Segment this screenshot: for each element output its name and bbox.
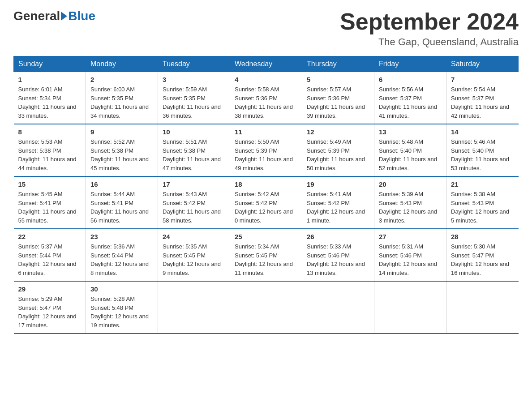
day-info: Sunrise: 5:49 AMSunset: 5:39 PMDaylight:…: [307, 137, 369, 172]
day-info: Sunrise: 5:31 AMSunset: 5:46 PMDaylight:…: [379, 242, 442, 277]
page-header: General Blue September 2024 The Gap, Que…: [13, 9, 519, 48]
table-row: [302, 281, 374, 334]
table-row: [374, 281, 446, 334]
table-row: 15 Sunrise: 5:45 AMSunset: 5:41 PMDaylig…: [14, 176, 86, 229]
day-info: Sunrise: 5:56 AMSunset: 5:37 PMDaylight:…: [379, 85, 442, 120]
table-row: 13 Sunrise: 5:48 AMSunset: 5:40 PMDaylig…: [374, 124, 446, 176]
table-row: 21 Sunrise: 5:38 AMSunset: 5:43 PMDaylig…: [446, 176, 519, 229]
header-thursday: Thursday: [302, 56, 374, 72]
table-row: 8 Sunrise: 5:53 AMSunset: 5:38 PMDayligh…: [14, 124, 86, 176]
table-row: 4 Sunrise: 5:58 AMSunset: 5:36 PMDayligh…: [230, 72, 302, 124]
table-row: 5 Sunrise: 5:57 AMSunset: 5:36 PMDayligh…: [302, 72, 374, 124]
header-friday: Friday: [374, 56, 446, 72]
day-number: 13: [379, 128, 442, 136]
day-number: 3: [163, 76, 225, 83]
table-row: 9 Sunrise: 5:52 AMSunset: 5:38 PMDayligh…: [86, 124, 158, 176]
day-info: Sunrise: 5:28 AMSunset: 5:48 PMDaylight:…: [90, 295, 153, 330]
calendar-table: SundayMondayTuesdayWednesdayThursdayFrid…: [13, 56, 519, 334]
day-number: 14: [451, 128, 514, 136]
header-sunday: Sunday: [14, 56, 86, 72]
day-number: 29: [18, 285, 82, 293]
table-row: 16 Sunrise: 5:44 AMSunset: 5:41 PMDaylig…: [86, 176, 158, 229]
day-number: 30: [90, 285, 153, 293]
location-subtitle: The Gap, Queensland, Australia: [340, 36, 519, 48]
day-number: 28: [451, 233, 514, 240]
day-number: 22: [18, 233, 82, 240]
table-row: 27 Sunrise: 5:31 AMSunset: 5:46 PMDaylig…: [374, 229, 446, 281]
week-row-2: 8 Sunrise: 5:53 AMSunset: 5:38 PMDayligh…: [14, 124, 519, 176]
table-row: 26 Sunrise: 5:33 AMSunset: 5:46 PMDaylig…: [302, 229, 374, 281]
table-row: 24 Sunrise: 5:35 AMSunset: 5:45 PMDaylig…: [158, 229, 230, 281]
day-number: 1: [18, 76, 82, 83]
day-info: Sunrise: 5:44 AMSunset: 5:41 PMDaylight:…: [90, 190, 153, 225]
day-number: 26: [307, 233, 369, 240]
table-row: 2 Sunrise: 6:00 AMSunset: 5:35 PMDayligh…: [86, 72, 158, 124]
day-info: Sunrise: 5:57 AMSunset: 5:36 PMDaylight:…: [307, 85, 369, 120]
day-info: Sunrise: 6:01 AMSunset: 5:34 PMDaylight:…: [18, 85, 82, 120]
day-number: 21: [451, 180, 514, 188]
month-year-title: September 2024: [340, 9, 519, 34]
day-number: 27: [379, 233, 442, 240]
day-info: Sunrise: 5:34 AMSunset: 5:45 PMDaylight:…: [235, 242, 297, 277]
day-number: 18: [235, 180, 297, 188]
day-info: Sunrise: 5:46 AMSunset: 5:40 PMDaylight:…: [451, 137, 514, 172]
calendar-header-row: SundayMondayTuesdayWednesdayThursdayFrid…: [14, 56, 519, 72]
header-tuesday: Tuesday: [158, 56, 230, 72]
table-row: 23 Sunrise: 5:36 AMSunset: 5:44 PMDaylig…: [86, 229, 158, 281]
day-info: Sunrise: 5:30 AMSunset: 5:47 PMDaylight:…: [451, 242, 514, 277]
logo-blue-text: Blue: [68, 9, 95, 23]
table-row: 3 Sunrise: 5:59 AMSunset: 5:35 PMDayligh…: [158, 72, 230, 124]
day-info: Sunrise: 5:43 AMSunset: 5:42 PMDaylight:…: [163, 190, 225, 225]
day-info: Sunrise: 5:52 AMSunset: 5:38 PMDaylight:…: [90, 137, 153, 172]
table-row: 11 Sunrise: 5:50 AMSunset: 5:39 PMDaylig…: [230, 124, 302, 176]
table-row: 19 Sunrise: 5:41 AMSunset: 5:42 PMDaylig…: [302, 176, 374, 229]
day-info: Sunrise: 5:37 AMSunset: 5:44 PMDaylight:…: [18, 242, 82, 277]
day-info: Sunrise: 5:51 AMSunset: 5:38 PMDaylight:…: [163, 137, 225, 172]
table-row: 7 Sunrise: 5:54 AMSunset: 5:37 PMDayligh…: [446, 72, 519, 124]
day-info: Sunrise: 5:36 AMSunset: 5:44 PMDaylight:…: [90, 242, 153, 277]
table-row: 22 Sunrise: 5:37 AMSunset: 5:44 PMDaylig…: [14, 229, 86, 281]
day-number: 9: [90, 128, 153, 136]
week-row-1: 1 Sunrise: 6:01 AMSunset: 5:34 PMDayligh…: [14, 72, 519, 124]
day-info: Sunrise: 5:59 AMSunset: 5:35 PMDaylight:…: [163, 85, 225, 120]
day-number: 17: [163, 180, 225, 188]
table-row: 12 Sunrise: 5:49 AMSunset: 5:39 PMDaylig…: [302, 124, 374, 176]
day-number: 19: [307, 180, 369, 188]
table-row: [158, 281, 230, 334]
day-info: Sunrise: 5:29 AMSunset: 5:47 PMDaylight:…: [18, 295, 82, 330]
table-row: 14 Sunrise: 5:46 AMSunset: 5:40 PMDaylig…: [446, 124, 519, 176]
day-number: 24: [163, 233, 225, 240]
day-number: 6: [379, 76, 442, 83]
day-info: Sunrise: 5:33 AMSunset: 5:46 PMDaylight:…: [307, 242, 369, 277]
day-number: 15: [18, 180, 82, 188]
table-row: 29 Sunrise: 5:29 AMSunset: 5:47 PMDaylig…: [14, 281, 86, 334]
table-row: [446, 281, 519, 334]
week-row-5: 29 Sunrise: 5:29 AMSunset: 5:47 PMDaylig…: [14, 281, 519, 334]
table-row: 30 Sunrise: 5:28 AMSunset: 5:48 PMDaylig…: [86, 281, 158, 334]
day-number: 5: [307, 76, 369, 83]
logo-general-text: General: [13, 9, 60, 23]
table-row: 6 Sunrise: 5:56 AMSunset: 5:37 PMDayligh…: [374, 72, 446, 124]
day-number: 20: [379, 180, 442, 188]
day-number: 7: [451, 76, 514, 83]
day-info: Sunrise: 5:45 AMSunset: 5:41 PMDaylight:…: [18, 190, 82, 225]
day-number: 2: [90, 76, 153, 83]
day-info: Sunrise: 5:35 AMSunset: 5:45 PMDaylight:…: [163, 242, 225, 277]
logo-arrow-icon: [61, 12, 67, 21]
day-number: 25: [235, 233, 297, 240]
day-info: Sunrise: 5:39 AMSunset: 5:43 PMDaylight:…: [379, 190, 442, 225]
table-row: 20 Sunrise: 5:39 AMSunset: 5:43 PMDaylig…: [374, 176, 446, 229]
day-number: 23: [90, 233, 153, 240]
day-info: Sunrise: 5:53 AMSunset: 5:38 PMDaylight:…: [18, 137, 82, 172]
logo: General Blue: [13, 9, 95, 23]
table-row: 17 Sunrise: 5:43 AMSunset: 5:42 PMDaylig…: [158, 176, 230, 229]
day-info: Sunrise: 5:42 AMSunset: 5:42 PMDaylight:…: [235, 190, 297, 225]
header-monday: Monday: [86, 56, 158, 72]
week-row-4: 22 Sunrise: 5:37 AMSunset: 5:44 PMDaylig…: [14, 229, 519, 281]
day-info: Sunrise: 5:48 AMSunset: 5:40 PMDaylight:…: [379, 137, 442, 172]
week-row-3: 15 Sunrise: 5:45 AMSunset: 5:41 PMDaylig…: [14, 176, 519, 229]
table-row: 1 Sunrise: 6:01 AMSunset: 5:34 PMDayligh…: [14, 72, 86, 124]
day-number: 10: [163, 128, 225, 136]
day-number: 4: [235, 76, 297, 83]
table-row: 25 Sunrise: 5:34 AMSunset: 5:45 PMDaylig…: [230, 229, 302, 281]
